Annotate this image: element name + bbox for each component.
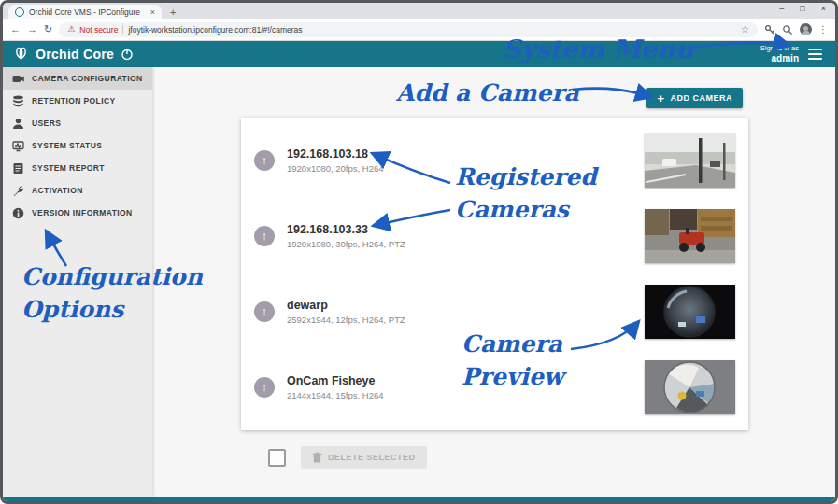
add-camera-label: ADD CAMERA <box>671 93 733 103</box>
window-controls: – □ × <box>779 4 826 13</box>
sidebar-item-version-information[interactable]: VERSION INFORMATION <box>3 202 152 224</box>
close-button[interactable]: × <box>821 4 826 13</box>
camera-row[interactable]: ↑ 192.168.103.18 1920x1080, 20fps, H264 <box>254 123 735 199</box>
brand-title: Orchid Core <box>36 47 114 62</box>
camera-online-arrow-icon: ↑ <box>254 301 275 322</box>
tab-strip: Orchid Core VMS - IPConfigure × + – □ × <box>3 3 835 19</box>
browser-toolbar: ← → ↻ ⚠ Not secure jfoytik-workstation.i… <box>3 19 835 41</box>
sidebar-item-label: CAMERA CONFIGURATION <box>32 74 143 83</box>
key-icon[interactable] <box>764 24 775 35</box>
profile-avatar[interactable] <box>800 23 812 35</box>
tab-favicon-icon <box>15 7 24 17</box>
camera-row[interactable]: ↑ OnCam Fisheye 2144x1944, 15fps, H264 <box>254 349 735 425</box>
sidebar-item-activation[interactable]: ACTIVATION <box>3 179 152 202</box>
not-secure-warning-icon: ⚠ <box>67 25 75 34</box>
camera-name[interactable]: OnCam Fisheye <box>287 374 384 387</box>
camera-online-arrow-icon: ↑ <box>254 377 275 398</box>
select-all-checkbox[interactable] <box>268 449 286 467</box>
camera-details: 2592x1944, 12fps, H264, PTZ <box>287 315 405 325</box>
sidebar-item-label: ACTIVATION <box>32 186 83 195</box>
system-report-icon <box>12 162 24 175</box>
add-camera-button[interactable]: + ADD CAMERA <box>646 88 743 108</box>
address-bar[interactable]: ⚠ Not secure jfoytik-workstation.ipconfi… <box>59 22 758 37</box>
bookmark-star-icon[interactable]: ☆ <box>741 24 749 35</box>
tab-close-icon[interactable]: × <box>150 7 155 17</box>
signed-in-username: admin <box>760 53 799 64</box>
plus-icon: + <box>657 92 664 105</box>
omnibox-divider <box>122 25 123 34</box>
app-header: Orchid Core Signed in as admin <box>3 41 835 67</box>
sidebar-item-retention-policy[interactable]: RETENTION POLICY <box>3 90 152 112</box>
camera-icon <box>12 73 24 85</box>
system-status-icon <box>12 140 24 152</box>
browser-window: Orchid Core VMS - IPConfigure × + – □ × … <box>0 0 838 504</box>
not-secure-label: Not secure <box>79 25 118 35</box>
camera-thumbnail[interactable] <box>645 209 735 263</box>
tab-title: Orchid Core VMS - IPConfigure <box>29 7 140 17</box>
camera-list-card: ↑ 192.168.103.18 1920x1080, 20fps, H264 <box>241 118 748 430</box>
activation-icon <box>12 185 24 197</box>
browser-tab[interactable]: Orchid Core VMS - IPConfigure × <box>8 5 162 19</box>
camera-thumbnail[interactable] <box>645 285 735 339</box>
sidebar-item-label: SYSTEM STATUS <box>32 141 102 150</box>
camera-row[interactable]: ↑ 192.168.103.33 1920x1080, 30fps, H264,… <box>254 199 735 274</box>
sidebar: CAMERA CONFIGURATION RETENTION POLICY US… <box>3 67 152 497</box>
system-menu-icon[interactable] <box>808 49 822 60</box>
camera-name[interactable]: dewarp <box>287 299 405 312</box>
delete-selected-label: DELETE SELECTED <box>328 453 416 462</box>
back-button[interactable]: ← <box>10 24 21 35</box>
sidebar-item-system-report[interactable]: SYSTEM REPORT <box>3 157 152 179</box>
camera-thumbnail[interactable] <box>645 133 735 188</box>
orchid-logo-icon <box>12 45 30 64</box>
signed-in-label: Signed in as <box>760 45 799 53</box>
camera-name[interactable]: 192.168.103.18 <box>287 147 384 161</box>
sidebar-item-users[interactable]: USERS <box>3 112 152 134</box>
delete-selected-button[interactable]: DELETE SELECTED <box>301 446 427 469</box>
camera-details: 1920x1080, 30fps, H264, PTZ <box>287 239 405 249</box>
minimize-button[interactable]: – <box>779 4 784 13</box>
power-icon[interactable] <box>121 48 134 61</box>
zoom-icon[interactable] <box>782 24 793 35</box>
sidebar-item-label: USERS <box>32 119 61 128</box>
camera-name[interactable]: 192.168.103.33 <box>287 223 405 236</box>
sidebar-item-label: SYSTEM REPORT <box>32 163 105 173</box>
main-content: + ADD CAMERA ↑ 192.168.103.18 1920x1080,… <box>152 67 835 497</box>
browser-menu-icon[interactable]: ⋮ <box>818 24 828 35</box>
refresh-button[interactable]: ↻ <box>44 24 52 35</box>
version-info-icon <box>12 207 24 219</box>
users-icon <box>12 118 24 130</box>
camera-thumbnail[interactable] <box>645 360 735 414</box>
footer-bar <box>3 497 835 502</box>
trash-icon <box>312 452 322 463</box>
retention-icon <box>12 95 24 107</box>
camera-details: 1920x1080, 20fps, H264 <box>287 163 384 174</box>
sidebar-item-label: VERSION INFORMATION <box>32 208 133 217</box>
new-tab-button[interactable]: + <box>170 7 176 18</box>
camera-row[interactable]: ↑ dewarp 2592x1944, 12fps, H264, PTZ <box>254 274 735 350</box>
camera-details: 2144x1944, 15fps, H264 <box>287 390 384 400</box>
signed-in-block: Signed in as admin <box>760 45 799 63</box>
sidebar-item-label: RETENTION POLICY <box>32 96 116 105</box>
forward-button[interactable]: → <box>27 24 37 35</box>
delete-row: DELETE SELECTED <box>268 446 427 469</box>
sidebar-item-system-status[interactable]: SYSTEM STATUS <box>3 134 152 157</box>
sidebar-item-camera-configuration[interactable]: CAMERA CONFIGURATION <box>3 67 152 90</box>
camera-online-arrow-icon: ↑ <box>254 226 275 246</box>
camera-online-arrow-icon: ↑ <box>254 150 275 171</box>
maximize-button[interactable]: □ <box>800 4 804 13</box>
url-text[interactable]: jfoytik-workstation.ipconfigure.com:81/#… <box>128 25 736 35</box>
